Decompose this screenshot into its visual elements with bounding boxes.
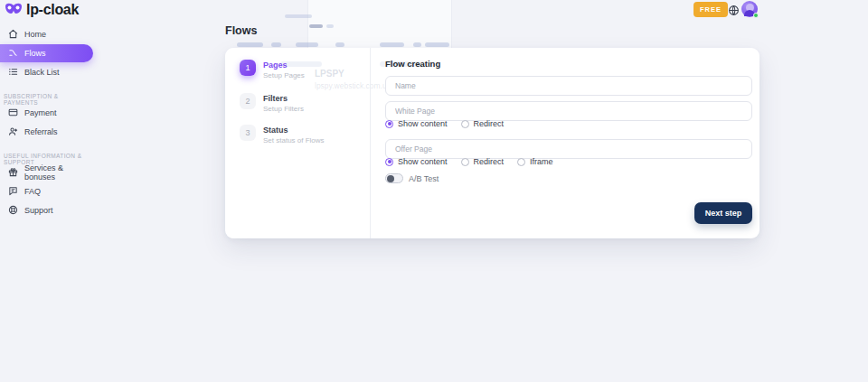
flows-icon xyxy=(8,48,18,60)
sidebar-item-label: Home xyxy=(24,30,46,39)
modal-title: Flow creating xyxy=(385,59,440,69)
logo-text: lp-cloak xyxy=(26,2,79,18)
ghost-pill xyxy=(335,42,344,47)
ghost-pill xyxy=(271,42,281,47)
ghost-row-subtitle: lpspy.webstick.com.ua xyxy=(315,81,391,90)
step-subtitle: Setup Pages xyxy=(263,71,305,79)
sidebar-item-home[interactable]: Home xyxy=(0,25,93,43)
sidebar-item-label: Support xyxy=(24,206,53,215)
ab-test-toggle[interactable] xyxy=(385,173,403,183)
home-icon xyxy=(8,29,18,41)
logo[interactable]: lp-cloak xyxy=(5,2,79,18)
white-page-input[interactable] xyxy=(385,101,752,121)
sidebar-item-label: Services & bonuses xyxy=(24,163,93,182)
radio-offer-show-content[interactable]: Show content xyxy=(385,157,448,166)
list-icon xyxy=(8,67,18,79)
sidebar-item-support[interactable]: Support xyxy=(0,201,93,219)
lifebuoy-icon xyxy=(8,205,18,217)
sidebar-item-label: Flows xyxy=(24,49,46,58)
ab-test-label: A/B Test xyxy=(409,174,439,183)
ghost-pill xyxy=(425,42,449,47)
radio-unselected-icon xyxy=(461,158,469,166)
sidebar-item-flows[interactable]: Flows xyxy=(0,44,93,62)
step-title: Filters xyxy=(263,93,304,103)
flow-creating-modal: LPSPY lpspy.webstick.com.ua 1 Pages Setu… xyxy=(225,48,760,238)
sidebar-item-label: Payment xyxy=(24,108,57,117)
step-number-badge: 2 xyxy=(240,93,256,109)
sidebar-item-label: FAQ xyxy=(24,187,41,196)
sidebar-item-faq[interactable]: FAQ xyxy=(0,182,93,200)
sidebar-item-black-list[interactable]: Black List xyxy=(0,63,93,81)
step-title: Pages xyxy=(263,60,305,70)
radio-offer-iframe[interactable]: Iframe xyxy=(517,157,553,166)
chat-icon xyxy=(8,186,18,198)
radio-unselected-icon xyxy=(517,158,525,166)
radio-selected-icon xyxy=(385,120,393,128)
ghost-bar xyxy=(285,14,312,18)
toggle-knob xyxy=(387,175,394,182)
modal-divider xyxy=(370,48,371,238)
ghost-pill xyxy=(413,42,421,47)
user-avatar[interactable] xyxy=(741,1,758,17)
sidebar-item-label: Referrals xyxy=(24,127,58,136)
step-title: Status xyxy=(263,125,325,135)
mask-logo-icon xyxy=(5,2,23,18)
online-status-dot xyxy=(753,13,759,18)
ghost-bar xyxy=(326,24,334,28)
radio-selected-icon xyxy=(385,158,393,166)
step-subtitle: Setup Filters xyxy=(263,105,304,113)
radio-offer-redirect[interactable]: Redirect xyxy=(461,157,505,166)
radio-unselected-icon xyxy=(461,120,469,128)
ghost-pill xyxy=(296,42,318,47)
next-step-button[interactable]: Next step xyxy=(694,202,752,224)
app-window: lp-cloak Home Flows Black List Subscript… xyxy=(0,0,868,382)
offer-page-input[interactable] xyxy=(385,139,752,159)
step-pages[interactable]: 1 Pages Setup Pages xyxy=(240,60,366,79)
radio-white-redirect[interactable]: Redirect xyxy=(461,119,505,128)
step-filters[interactable]: 2 Filters Setup Filters xyxy=(240,93,366,113)
offer-page-options: Show content Redirect Iframe xyxy=(385,157,553,166)
credit-card-icon xyxy=(8,107,18,119)
radio-white-show-content[interactable]: Show content xyxy=(385,119,448,128)
ghost-pill xyxy=(380,42,404,47)
ghost-bar xyxy=(309,24,323,28)
referral-icon xyxy=(8,126,18,138)
ab-test-row: A/B Test xyxy=(385,173,439,183)
ghost-pill xyxy=(237,42,263,47)
flow-name-input[interactable] xyxy=(385,76,752,96)
step-status[interactable]: 3 Status Set status of Flows xyxy=(240,125,366,144)
sidebar-item-referrals[interactable]: Referrals xyxy=(0,123,93,141)
page-title: Flows xyxy=(225,24,257,37)
gift-icon xyxy=(8,167,18,179)
white-page-options: Show content Redirect xyxy=(385,119,504,128)
step-subtitle: Set status of Flows xyxy=(263,136,325,144)
language-globe-icon[interactable] xyxy=(728,4,740,15)
step-number-badge: 3 xyxy=(240,125,256,141)
step-number-badge: 1 xyxy=(240,60,256,76)
sidebar-item-label: Black List xyxy=(24,68,60,77)
sidebar: lp-cloak Home Flows Black List Subscript… xyxy=(0,0,99,382)
free-plan-badge[interactable]: FREE xyxy=(693,2,728,17)
flow-form: Flow creating Show content Redirect Show… xyxy=(385,48,752,238)
sidebar-item-payment[interactable]: Payment xyxy=(0,104,93,122)
sidebar-item-services-bonuses[interactable]: Services & bonuses xyxy=(0,163,93,182)
